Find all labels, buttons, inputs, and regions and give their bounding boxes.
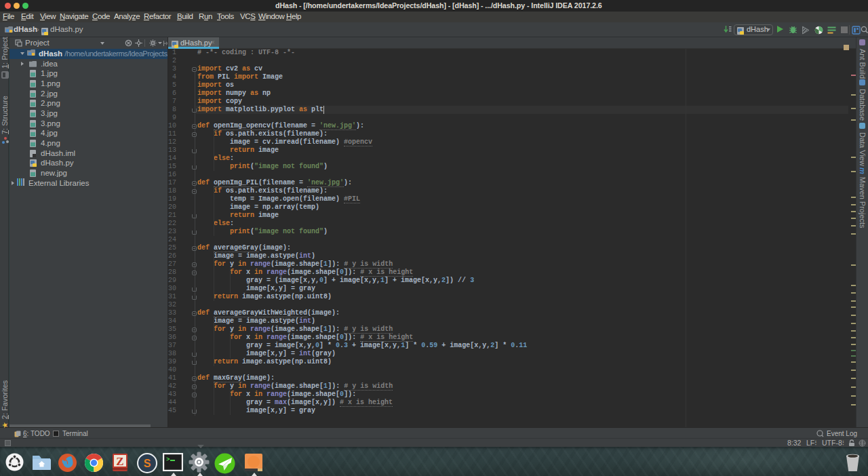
svg-text:S: S [144,458,151,469]
svg-text:Z: Z [116,455,123,468]
svg-text:>: > [166,456,170,463]
